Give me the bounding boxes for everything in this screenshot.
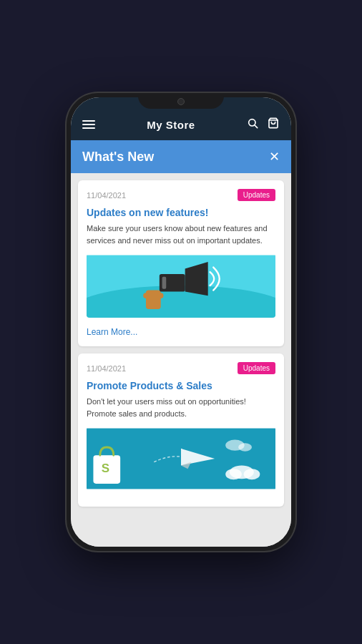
card-1-title: Updates on new features! — [87, 207, 275, 218]
svg-rect-7 — [143, 293, 163, 298]
hamburger-line-3 — [82, 127, 95, 129]
hamburger-line-2 — [82, 124, 95, 125]
whats-new-banner: What's New ✕ — [71, 140, 291, 173]
card-2-badge: Updates — [238, 362, 275, 374]
card-1-meta: 11/04/2021 Updates — [87, 189, 275, 201]
card-2-meta: 11/04/2021 Updates — [87, 362, 275, 374]
svg-text:S: S — [102, 462, 109, 475]
whats-new-title: What's New — [82, 150, 154, 165]
svg-rect-5 — [87, 299, 275, 316]
learn-more-link[interactable]: Learn More... — [87, 327, 137, 337]
content-area[interactable]: 11/04/2021 Updates Updates on new featur… — [71, 173, 291, 547]
hamburger-menu-button[interactable] — [82, 120, 95, 129]
card-2-image: S — [87, 426, 275, 491]
phone-frame: My Store What's New — [67, 93, 295, 551]
svg-point-18 — [244, 469, 260, 479]
svg-point-17 — [225, 469, 242, 479]
cart-icon[interactable] — [267, 117, 280, 132]
search-icon[interactable] — [247, 117, 258, 132]
svg-line-1 — [255, 125, 258, 128]
svg-rect-10 — [162, 277, 167, 289]
news-card-2: 11/04/2021 Updates Promote Products & Sa… — [78, 353, 284, 507]
card-1-description: Make sure your users know about new feat… — [87, 223, 275, 246]
store-title: My Store — [147, 119, 195, 131]
card-1-badge: Updates — [238, 189, 275, 201]
header-action-icons — [247, 117, 280, 132]
phone-camera — [177, 98, 185, 105]
svg-point-20 — [238, 443, 252, 451]
close-banner-button[interactable]: ✕ — [269, 149, 280, 165]
card-1-image — [87, 253, 275, 318]
phone-screen: My Store What's New — [71, 97, 291, 547]
card-2-title: Promote Products & Sales — [87, 380, 275, 391]
card-2-date: 11/04/2021 — [87, 364, 126, 373]
card-2-description: Don't let your users miss out on opportu… — [87, 396, 275, 419]
hamburger-line-1 — [82, 120, 95, 122]
news-card-1: 11/04/2021 Updates Updates on new featur… — [78, 180, 284, 346]
card-1-date: 11/04/2021 — [87, 191, 126, 200]
